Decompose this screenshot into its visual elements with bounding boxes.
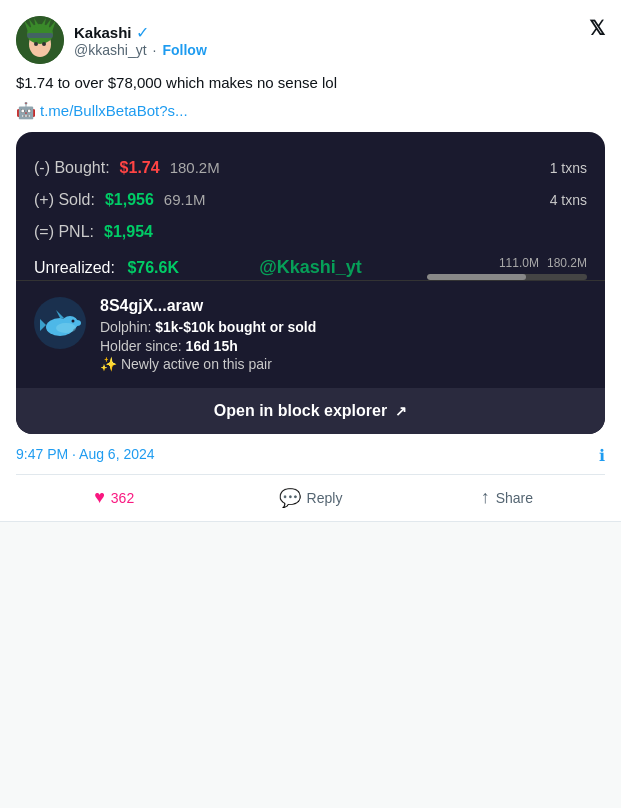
progress-section: 111.0M 180.2M bbox=[427, 256, 587, 280]
reply-icon: 💬 bbox=[279, 487, 301, 509]
sold-txns: 4 txns bbox=[550, 186, 587, 214]
tweet-card: Kakashi ✓ @kkashi_yt · Follow 𝕏 $1.74 to… bbox=[0, 0, 621, 522]
dolphin-icon bbox=[34, 297, 86, 349]
newly-active: ✨ Newly active on this pair bbox=[100, 356, 587, 372]
svg-point-16 bbox=[72, 319, 75, 322]
embedded-card: (-) Bought: $1.74 180.2M 1 txns (+) Sold… bbox=[16, 132, 605, 434]
like-count: 362 bbox=[111, 490, 134, 506]
svg-point-9 bbox=[34, 42, 38, 46]
pnl-value: $1,954 bbox=[104, 216, 153, 248]
x-logo: 𝕏 bbox=[589, 16, 605, 40]
svg-rect-11 bbox=[27, 33, 53, 38]
progress-left-label: 111.0M bbox=[499, 256, 539, 270]
follow-button[interactable]: Follow bbox=[162, 42, 206, 58]
user-name: Kakashi bbox=[74, 24, 132, 41]
dolphin-label-value: $1k-$10k bought or sold bbox=[155, 319, 316, 335]
unrealized-section: Unrealized: $76.6K @Kkashi_yt 111.0M 180… bbox=[34, 256, 587, 280]
tweet-date: Aug 6, 2024 bbox=[79, 446, 155, 462]
holder-label: Holder since: bbox=[100, 338, 182, 354]
pnl-label: (=) PNL: bbox=[34, 216, 94, 248]
share-label: Share bbox=[496, 490, 533, 506]
bought-label: (-) Bought: bbox=[34, 152, 110, 184]
bought-txns: 1 txns bbox=[550, 154, 587, 182]
info-icon[interactable]: ℹ bbox=[599, 446, 605, 465]
card-divider bbox=[16, 280, 605, 281]
progress-bar-fill bbox=[427, 274, 526, 280]
tweet-time: 9:47 PM bbox=[16, 446, 68, 462]
unrealized-left: Unrealized: $76.6K bbox=[34, 259, 179, 277]
verified-icon: ✓ bbox=[136, 23, 149, 42]
avatar[interactable] bbox=[16, 16, 64, 64]
wallet-section: 8S4gjX...araw Dolphin: $1k-$10k bought o… bbox=[34, 297, 587, 388]
like-action[interactable]: ♥ 362 bbox=[16, 487, 212, 508]
tweet-link-row: 🤖 t.me/BullxBetaBot?s... bbox=[16, 101, 605, 120]
holder-row: Holder since: 16d 15h bbox=[100, 338, 587, 354]
bought-secondary: 180.2M bbox=[170, 153, 220, 183]
reply-action[interactable]: 💬 Reply bbox=[212, 487, 408, 509]
svg-point-19 bbox=[56, 323, 76, 333]
external-link-icon: ↗ bbox=[395, 403, 407, 419]
holder-value: 16d 15h bbox=[186, 338, 238, 354]
user-info: Kakashi ✓ @kkashi_yt · Follow bbox=[74, 23, 207, 58]
heart-icon: ♥ bbox=[94, 487, 105, 508]
bought-value: $1.74 bbox=[120, 152, 160, 184]
tweet-actions: ♥ 362 💬 Reply ↑ Share bbox=[16, 474, 605, 521]
progress-bar bbox=[427, 274, 587, 280]
progress-right-label: 180.2M bbox=[547, 256, 587, 270]
open-explorer-button[interactable]: Open in block explorer ↗ bbox=[16, 388, 605, 434]
sold-row: (+) Sold: $1,956 69.1M 4 txns bbox=[34, 184, 587, 216]
dolphin-label-prefix: Dolphin: bbox=[100, 319, 155, 335]
bought-row: (-) Bought: $1.74 180.2M 1 txns bbox=[34, 152, 587, 184]
unrealized-value: $76.6K bbox=[127, 259, 179, 276]
wallet-desc: Dolphin: $1k-$10k bought or sold bbox=[100, 317, 587, 338]
link-emoji: 🤖 bbox=[16, 101, 36, 120]
share-action[interactable]: ↑ Share bbox=[409, 487, 605, 508]
reply-label: Reply bbox=[307, 490, 343, 506]
user-name-row: Kakashi ✓ bbox=[74, 23, 207, 42]
svg-point-10 bbox=[42, 42, 46, 46]
wallet-address: 8S4gjX...araw bbox=[100, 297, 587, 315]
unrealized-label: Unrealized: bbox=[34, 259, 115, 276]
tweet-meta: 9:47 PM · Aug 6, 2024 ℹ bbox=[16, 446, 605, 462]
pnl-row: (=) PNL: $1,954 bbox=[34, 216, 587, 248]
sold-secondary: 69.1M bbox=[164, 185, 206, 215]
watermark: @Kkashi_yt bbox=[259, 257, 362, 278]
tweet-header: Kakashi ✓ @kkashi_yt · Follow 𝕏 bbox=[16, 16, 605, 64]
tweet-text: $1.74 to over $78,000 which makes no sen… bbox=[16, 72, 605, 95]
sold-value: $1,956 bbox=[105, 184, 154, 216]
progress-labels: 111.0M 180.2M bbox=[499, 256, 587, 270]
share-icon: ↑ bbox=[481, 487, 490, 508]
card-stats: (-) Bought: $1.74 180.2M 1 txns (+) Sold… bbox=[34, 152, 587, 248]
explorer-btn-label: Open in block explorer bbox=[214, 402, 387, 420]
sold-label: (+) Sold: bbox=[34, 184, 95, 216]
unrealized-row: Unrealized: $76.6K @Kkashi_yt 111.0M 180… bbox=[34, 256, 587, 280]
tweet-header-left: Kakashi ✓ @kkashi_yt · Follow bbox=[16, 16, 207, 64]
wallet-info: 8S4gjX...araw Dolphin: $1k-$10k bought o… bbox=[100, 297, 587, 372]
tweet-link[interactable]: t.me/BullxBetaBot?s... bbox=[40, 102, 188, 119]
user-handle: @kkashi_yt bbox=[74, 42, 147, 58]
user-handle-row: @kkashi_yt · Follow bbox=[74, 42, 207, 58]
